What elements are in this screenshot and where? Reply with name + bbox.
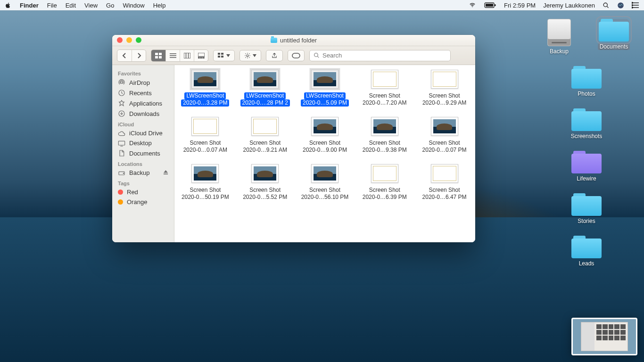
search-field[interactable] (309, 50, 451, 61)
clock[interactable]: Fri 2:59 PM (504, 2, 536, 9)
window-titlebar[interactable]: untitled folder (112, 35, 475, 46)
svg-rect-18 (218, 53, 220, 55)
file-thumbnail (191, 117, 219, 136)
file-thumbnail (191, 70, 219, 89)
svg-rect-20 (218, 56, 220, 58)
folder-icon (571, 236, 602, 258)
apple-menu-icon[interactable] (5, 2, 11, 8)
desktop-folder-leads[interactable]: Leads (565, 236, 608, 267)
folder-icon (571, 108, 602, 131)
file-item[interactable]: LWScreenShot2020-0…5.09 PM (296, 70, 354, 107)
file-item[interactable]: Screen Shot2020-0…6.39 PM (355, 164, 413, 201)
file-thumbnail (191, 164, 219, 183)
finder-window: untitled folder (112, 35, 475, 242)
desktop-folder-lifewire[interactable]: Lifewire (565, 151, 608, 182)
file-name-line1: LWScreenShot (244, 92, 286, 99)
icon-view-button[interactable] (151, 50, 165, 61)
file-name-line1: Screen Shot (249, 187, 281, 194)
tags-button[interactable] (288, 50, 305, 61)
file-name-line2: 2020-0…56.10 PM (301, 194, 349, 201)
file-thumbnail (431, 164, 458, 183)
window-title: untitled folder (280, 37, 317, 44)
file-thumbnail (371, 164, 398, 183)
sidebar-item-desktop[interactable]: Desktop (112, 138, 174, 148)
desktop-folder-stories[interactable]: Stories (565, 193, 608, 224)
gallery-view-button[interactable] (194, 50, 208, 61)
file-name-line1: Screen Shot (309, 187, 340, 194)
eject-icon[interactable] (163, 169, 168, 176)
close-button[interactable] (117, 37, 123, 43)
file-name-line1: Screen Shot (190, 187, 221, 194)
file-item[interactable]: Screen Shot2020-0…9.00 PM (296, 117, 354, 154)
sidebar-tag-orange[interactable]: Orange (112, 197, 174, 207)
file-item[interactable]: Screen Shot2020-0…6.47 PM (415, 164, 473, 201)
file-item[interactable]: LWScreenShot2020-0…3.28 PM (176, 70, 234, 107)
file-item[interactable]: LWScreenShot2020-0….28 PM 2 (236, 70, 294, 107)
folder-icon (571, 193, 602, 216)
file-name-line2: 2020-0…9.38 PM (363, 147, 407, 154)
sidebar-item-recents[interactable]: Recents (112, 88, 174, 98)
file-name-line1: Screen Shot (369, 92, 400, 99)
menu-window[interactable]: Window (123, 2, 144, 9)
document-icon (118, 149, 125, 157)
svg-rect-14 (198, 53, 205, 57)
spotlight-icon[interactable] (603, 2, 610, 9)
group-by-button[interactable] (213, 50, 235, 61)
battery-icon[interactable] (484, 2, 496, 8)
svg-point-30 (123, 173, 124, 173)
svg-rect-17 (203, 58, 204, 58)
file-name-line1: Screen Shot (369, 140, 400, 147)
svg-rect-21 (221, 56, 223, 58)
file-item[interactable]: Screen Shot2020-0…9.29 AM (415, 70, 473, 107)
notification-center-icon[interactable] (632, 2, 639, 8)
finder-content[interactable]: LWScreenShot2020-0…3.28 PMLWScreenShot20… (174, 65, 475, 242)
menu-go[interactable]: Go (106, 2, 114, 9)
wifi-icon[interactable] (468, 2, 477, 8)
menu-help[interactable]: Help (153, 2, 166, 9)
file-name-line1: Screen Shot (429, 140, 460, 147)
sidebar-item-documents[interactable]: Documents (112, 148, 174, 158)
siri-icon[interactable] (617, 2, 624, 9)
file-item[interactable]: Screen Shot2020-0…0.07 PM (415, 117, 473, 154)
file-item[interactable]: Screen Shot2020-0…7.20 AM (355, 70, 413, 107)
desktop-drive-backup[interactable]: Backup (537, 19, 581, 55)
menu-edit[interactable]: Edit (66, 2, 76, 9)
minimize-button[interactable] (126, 37, 132, 43)
desktop-folder-photos[interactable]: Photos (565, 66, 608, 97)
back-button[interactable] (117, 50, 132, 61)
column-view-button[interactable] (180, 50, 194, 61)
screenshot-preview-thumbnail[interactable] (571, 318, 637, 355)
desktop-folder-documents[interactable]: Documents (592, 19, 636, 55)
user-name[interactable]: Jeremy Laukkonen (543, 2, 595, 9)
active-app-name[interactable]: Finder (20, 2, 39, 9)
file-item[interactable]: Screen Shot2020-0…9.21 AM (236, 117, 294, 154)
search-input[interactable] (322, 52, 446, 59)
forward-button[interactable] (132, 50, 146, 61)
applications-icon (118, 99, 125, 107)
file-item[interactable]: Screen Shot2020-0…9.38 PM (355, 117, 413, 154)
menu-file[interactable]: File (47, 2, 57, 9)
file-name-line2: 2020-0…9.00 PM (303, 147, 347, 154)
file-item[interactable]: Screen Shot2020-0…0.07 AM (176, 117, 234, 154)
sidebar-item-applications[interactable]: Applications (112, 98, 174, 108)
file-item[interactable]: Screen Shot2020-0…56.10 PM (296, 164, 354, 201)
list-view-button[interactable] (165, 50, 180, 61)
sidebar-item-airdrop[interactable]: AirDrop (112, 77, 174, 88)
view-mode-buttons (151, 49, 208, 62)
svg-point-25 (121, 82, 123, 83)
share-button[interactable] (266, 50, 283, 61)
sidebar-tag-red[interactable]: Red (112, 187, 174, 197)
sidebar-item-icloud-drive[interactable]: iCloud Drive (112, 128, 174, 138)
action-menu-button[interactable] (239, 50, 261, 61)
zoom-button[interactable] (136, 37, 141, 43)
file-thumbnail (251, 70, 279, 89)
file-item[interactable]: Screen Shot2020-0…50.19 PM (176, 164, 234, 201)
file-name-line2: 2020-0…3.28 PM (181, 99, 229, 107)
desktop-folder-screenshots[interactable]: Screenshots (565, 108, 608, 140)
menu-view[interactable]: View (84, 2, 98, 9)
sidebar-item-backup[interactable]: Backup (112, 168, 174, 178)
folder-icon (571, 66, 602, 89)
sidebar-item-downloads[interactable]: Downloads (112, 108, 174, 119)
svg-rect-9 (155, 53, 158, 55)
file-item[interactable]: Screen Shot2020-0…5.52 PM (236, 164, 294, 201)
